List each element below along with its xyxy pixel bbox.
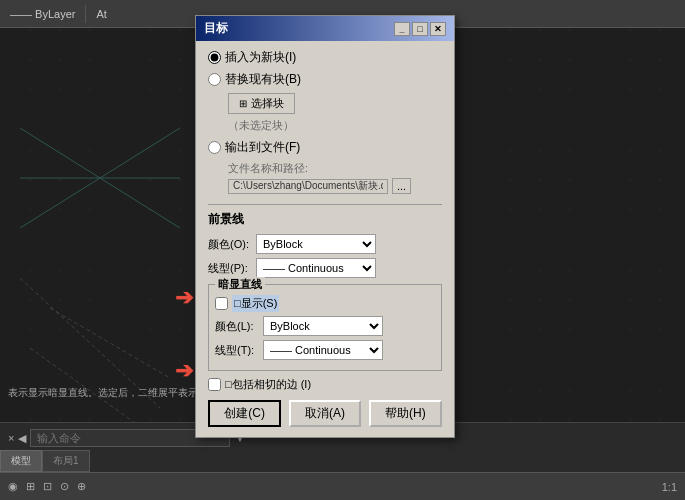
status-grid: ⊞	[26, 480, 35, 493]
color-row-1: 颜色(O): ByBlock	[208, 234, 442, 254]
action-buttons: 创建(C) 取消(A) 帮助(H)	[208, 400, 442, 427]
radio-insert-new-input[interactable]	[208, 51, 221, 64]
show-label: □显示(S)	[232, 295, 279, 312]
radio-export-file[interactable]: 输出到文件(F)	[208, 139, 442, 156]
foreground-section: 前景线 颜色(O): ByBlock 线型(P): —— Continuous	[208, 211, 442, 278]
include-tangent-row[interactable]: □包括相切的边 (I)	[208, 377, 442, 392]
hidden-lines-section: 暗显直线 □显示(S) 颜色(L): ByBlock 线型(T): —— Con…	[208, 284, 442, 371]
select-block-label: 选择块	[251, 96, 284, 111]
linetype-row-2: 线型(T): —— Continuous	[215, 340, 435, 360]
color-label-1: 颜色(O):	[208, 237, 250, 252]
color-select-1[interactable]: ByBlock	[256, 234, 376, 254]
model-tab[interactable]: 模型	[0, 450, 42, 472]
linetype-select-1[interactable]: —— Continuous	[256, 258, 376, 278]
show-checkbox[interactable]	[215, 297, 228, 310]
select-block-area: ⊞ 选择块	[228, 93, 442, 114]
hidden-section-legend: 暗显直线	[215, 277, 265, 292]
dialog-title: 目标	[204, 20, 228, 37]
radio-replace-label: 替换现有块(B)	[225, 71, 301, 88]
cmd-nav-prev[interactable]: ×	[8, 432, 14, 444]
show-checkbox-row[interactable]: □显示(S)	[215, 295, 435, 312]
file-path-row: ...	[228, 178, 442, 194]
color-row-2: 颜色(L): ByBlock	[215, 316, 435, 336]
file-path-label: 文件名称和路径:	[228, 161, 442, 176]
status-ortho: ⊡	[43, 480, 52, 493]
divider-1	[208, 204, 442, 205]
file-path-input[interactable]	[228, 179, 388, 194]
toolbar-sep	[85, 5, 86, 23]
dialog-body: 插入为新块(I) 替换现有块(B) ⊞ 选择块 （未选定块） 输出到文件(F) …	[196, 41, 454, 437]
dialog-close-btn[interactable]: ✕	[430, 22, 446, 36]
radio-replace-existing[interactable]: 替换现有块(B)	[208, 71, 442, 88]
model-tabs: 模型 布局1	[0, 450, 90, 472]
radio-insert-new[interactable]: 插入为新块(I)	[208, 49, 442, 66]
radio-export-input[interactable]	[208, 141, 221, 154]
file-browse-btn[interactable]: ...	[392, 178, 411, 194]
dialog-titlebar: 目标 _ □ ✕	[196, 16, 454, 41]
status-right: 1:1	[662, 481, 677, 493]
toolbar-at: At	[92, 6, 110, 22]
status-snap: ⊕	[77, 480, 86, 493]
create-button[interactable]: 创建(C)	[208, 400, 281, 427]
bottom-statusbar: ◉ ⊞ ⊡ ⊙ ⊕ 1:1	[0, 472, 685, 500]
toolbar-layer: —— ByLayer	[6, 6, 79, 22]
cmd-nav-arrow[interactable]: ◀	[18, 432, 26, 445]
select-block-btn[interactable]: ⊞ 选择块	[228, 93, 295, 114]
linetype-row-1: 线型(P): —— Continuous	[208, 258, 442, 278]
arrow-2: ➔	[175, 358, 193, 384]
radio-insert-new-label: 插入为新块(I)	[225, 49, 296, 66]
include-tangent-checkbox[interactable]	[208, 378, 221, 391]
not-selected-text: （未选定块）	[228, 118, 442, 133]
linetype-label-1: 线型(P):	[208, 261, 250, 276]
help-button[interactable]: 帮助(H)	[369, 400, 442, 427]
svg-line-9	[50, 308, 170, 378]
linetype-label-2: 线型(T):	[215, 343, 257, 358]
color-label-2: 颜色(L):	[215, 319, 257, 334]
layout1-tab[interactable]: 布局1	[42, 450, 90, 472]
dialog-titlebar-buttons: _ □ ✕	[394, 22, 446, 36]
color-select-2[interactable]: ByBlock	[263, 316, 383, 336]
linetype-select-2[interactable]: —— Continuous	[263, 340, 383, 360]
select-block-icon: ⊞	[239, 98, 247, 109]
include-tangent-label: □包括相切的边 (I)	[225, 377, 311, 392]
flatshot-dialog: 目标 _ □ ✕ 插入为新块(I) 替换现有块(B) ⊞ 选择块 （未选定块）	[195, 15, 455, 438]
status-polar: ⊙	[60, 480, 69, 493]
dialog-maximize-btn[interactable]: □	[412, 22, 428, 36]
arrow-1: ➔	[175, 285, 193, 311]
cancel-button[interactable]: 取消(A)	[289, 400, 361, 427]
radio-replace-input[interactable]	[208, 73, 221, 86]
dialog-minimize-btn[interactable]: _	[394, 22, 410, 36]
status-coords: ◉	[8, 480, 18, 493]
foreground-title: 前景线	[208, 211, 442, 228]
radio-export-label: 输出到文件(F)	[225, 139, 300, 156]
